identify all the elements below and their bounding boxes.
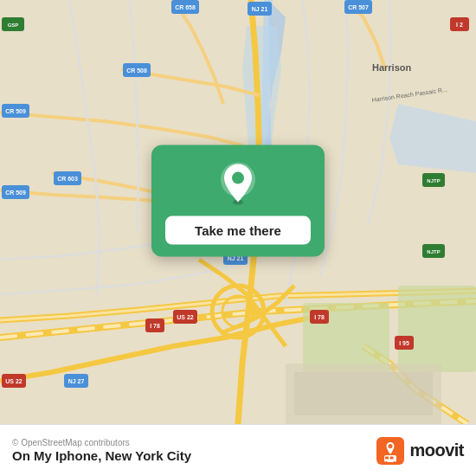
svg-text:I 78: I 78 — [150, 323, 160, 329]
svg-text:CR 603: CR 603 — [57, 176, 78, 182]
moovit-logo: moovit — [376, 437, 464, 465]
svg-text:Harrison: Harrison — [372, 62, 412, 73]
svg-text:CR 508: CR 508 — [126, 68, 147, 74]
svg-text:GSP: GSP — [8, 23, 19, 28]
svg-text:NJTP: NJTP — [427, 249, 440, 254]
svg-text:CR 658: CR 658 — [175, 4, 196, 10]
svg-text:I 78: I 78 — [314, 314, 325, 320]
location-card: Take me there — [151, 145, 325, 257]
svg-text:I 95: I 95 — [399, 340, 409, 346]
svg-point-53 — [385, 461, 388, 464]
svg-text:NJTP: NJTP — [427, 178, 440, 183]
svg-text:NJ 21: NJ 21 — [252, 6, 268, 12]
svg-text:NJ 27: NJ 27 — [68, 378, 85, 384]
svg-rect-51 — [385, 456, 389, 459]
svg-rect-4 — [398, 286, 476, 372]
footer: © OpenStreetMap contributors On My Iphon… — [0, 424, 476, 476]
moovit-brand-text: moovit — [409, 441, 464, 460]
svg-text:US 22: US 22 — [5, 378, 23, 384]
svg-text:US 22: US 22 — [177, 314, 194, 320]
svg-text:I 2: I 2 — [456, 22, 463, 28]
svg-rect-6 — [294, 372, 433, 415]
svg-point-49 — [389, 444, 393, 448]
svg-rect-52 — [390, 456, 394, 459]
pin-icon — [215, 161, 261, 206]
svg-text:CR 507: CR 507 — [348, 4, 369, 10]
svg-point-54 — [393, 461, 396, 464]
moovit-icon — [376, 437, 404, 465]
take-me-there-button[interactable]: Take me there — [165, 216, 311, 245]
footer-left: © OpenStreetMap contributors On My Iphon… — [12, 438, 191, 463]
location-name: On My Iphone, New York City — [12, 448, 191, 463]
attribution-text: © OpenStreetMap contributors — [12, 438, 191, 447]
svg-text:CR 509: CR 509 — [5, 190, 26, 196]
map-container: CR 658 NJ 21 CR 507 CR 509 CR 508 CR 509… — [0, 0, 476, 424]
svg-text:CR 509: CR 509 — [5, 108, 26, 114]
svg-point-47 — [232, 172, 244, 184]
